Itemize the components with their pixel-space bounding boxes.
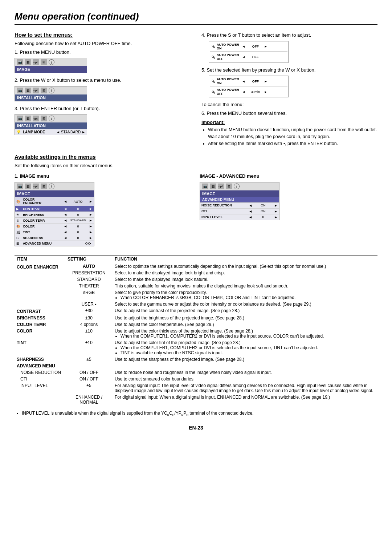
table-row-ce-srgb: sRGB Select to give priority to the colo… — [15, 289, 377, 301]
enhanced-func: For digital signal input: When a digital… — [113, 394, 377, 406]
ap-icon-2: 🔌 — [211, 55, 215, 59]
colortemp-val: STANDARD — [67, 219, 89, 222]
icon-opt3: opt. — [33, 116, 39, 121]
brightness-item: BRIGHTNESS — [15, 315, 65, 321]
color-setting: ±10 — [65, 328, 113, 339]
ap-arr-l-2: ◄ — [242, 55, 245, 59]
inputlevel-item: INPUT LEVEL — [15, 382, 65, 394]
adv-menu-top-icons: 📷 ▦ opt. ⊞ i — [200, 182, 279, 190]
ap-arr-r-1: ► — [264, 45, 268, 48]
sharpness-setting: ±5 — [65, 356, 113, 363]
colortemp-arr-l: ◄ — [64, 218, 67, 222]
ap-arr-l-3: ◄ — [242, 80, 245, 83]
footer-note-item: INPUT LEVEL is unavailable when the digi… — [22, 410, 377, 417]
subscript-r2: R — [186, 414, 188, 417]
ce-setting-srgb: sRGB — [65, 289, 113, 301]
menu-row-color: 🎨 COLOR ◄ 0 ► — [15, 223, 94, 229]
icon-info3: i — [49, 116, 54, 121]
ce-func-theater: This option, suitable for viewing movies… — [113, 283, 377, 289]
sharpness-func: Use to adjust the sharpness of the proje… — [113, 356, 377, 363]
auto-power-table-step5: 🔌 AUTO POWERON ◄ OFF ► 🔌 AUTO POWEROFF ◄… — [209, 76, 289, 97]
ce-func-auto: Select to optimize the settings automati… — [113, 263, 377, 270]
enhanced-item — [15, 394, 65, 406]
ap-val-2: OFF — [248, 55, 263, 59]
important-title: Important: — [201, 120, 377, 125]
table-row-ce-user: USER ▪ Select to set the gamma curve or … — [15, 301, 377, 307]
menu-bar-2: INSTALLATION — [15, 94, 87, 101]
ap-val-1: OFF — [248, 45, 263, 48]
cti-item: CTI — [15, 376, 65, 382]
enhanced-setting: ENHANCED /NORMAL — [65, 394, 113, 406]
table-row-inputlevel: INPUT LEVEL ±5 For analog signal input: … — [15, 382, 377, 394]
advanced-menu-func — [113, 363, 377, 369]
ap-arr-l-1: ◄ — [242, 45, 245, 48]
ce-func-pres: Select to make the displayed image look … — [113, 270, 377, 276]
noise-setting: ON / OFF — [65, 369, 113, 376]
ce-item: COLOR ENHANCER — [15, 263, 65, 308]
settings-table: ITEM SETTING FUNCTION COLOR ENHANCER AUT… — [15, 255, 377, 406]
lamp-icon: 💡 — [16, 130, 23, 134]
arrow-right-lamp: ► — [82, 130, 85, 134]
image-menu-bar: IMAGE — [15, 190, 94, 197]
advanced-menu-item: ADVANCED MENU — [15, 363, 65, 369]
contrast-label: CONTRAST — [23, 207, 64, 211]
icon-info: i — [49, 59, 54, 65]
colortemp-setting: 4 options — [65, 321, 113, 328]
ce-icon: 🎨 — [16, 200, 23, 204]
table-row-advanced-menu: ADVANCED MENU — [15, 363, 377, 369]
ce-func-user: Select to set the gamma curve or adjust … — [113, 301, 377, 307]
colortemp-func: Use to adjust the color temperature. (Se… — [113, 321, 377, 328]
noise-label: NOISE REDUCTION — [201, 204, 249, 207]
ce-setting-pres: PRESENTATION — [65, 270, 113, 276]
noise-val: ON — [252, 204, 274, 207]
important-item-2: After selecting the items marked with ▪,… — [208, 140, 377, 147]
im-icon-grid: ▦ — [25, 184, 31, 189]
contrast-func: Use to adjust the contrast of the projec… — [113, 307, 377, 315]
step2-label: 2. Press the W or X button to select a m… — [15, 77, 191, 84]
color-func: Use to adjust the color thickness of the… — [113, 328, 377, 339]
tint-icon: 🖼 — [16, 230, 23, 234]
image-menu-heading: 1. IMAGE menu — [15, 173, 192, 180]
contrast-arr-l: ◄ — [64, 207, 67, 211]
lamp-mode-val: STANDARD — [60, 130, 82, 134]
image-menu-col: 1. IMAGE menu 📷 ▦ opt. ⊞ i IMAGE 🎨 COLOR… — [15, 173, 192, 250]
im-icon-adj: ⊞ — [41, 184, 47, 189]
image-menu-widget: 📷 ▦ opt. ⊞ i IMAGE 🎨 COLORENHANCER ◄ AUT… — [15, 182, 94, 247]
adv-icon-grid: ▦ — [210, 184, 216, 189]
adv-icon-adj: ⊞ — [226, 184, 232, 189]
available-settings-section: Available settings in the menus Set the … — [15, 154, 377, 250]
brightness-arr-r: ► — [89, 213, 93, 217]
icon-grid: ▦ — [25, 59, 31, 65]
cti-label: CTI — [201, 209, 249, 213]
tint-note-1: When the COMPUTER1, COMPUTER2 or DVI is … — [121, 345, 375, 350]
icon-camera: 📷 — [17, 59, 23, 65]
lamp-mode-label: LAMP MODE — [23, 130, 56, 134]
menu-bar-3: INSTALLATION — [15, 122, 87, 129]
tint-item: TINT — [15, 339, 65, 356]
contrast-setting: ±30 — [65, 307, 113, 315]
adv-icon-opt: opt. — [218, 184, 224, 189]
menu-top-icons-1: 📷 ▦ opt. ⊞ i — [15, 58, 87, 66]
table-row-tint: TINT ±10 Use to adjust the color tint of… — [15, 339, 377, 356]
menu-bar-1: IMAGE — [15, 66, 87, 73]
sharpness-label: SHARPNESS — [23, 236, 64, 240]
table-row-brightness: BRIGHTNESS ±30 Use to adjust the brightn… — [15, 315, 377, 321]
color-arr-r: ► — [89, 224, 93, 228]
table-row-ce-theater: THEATER This option, suitable for viewin… — [15, 283, 377, 289]
how-to-set-heading: How to set the menus: — [15, 32, 191, 38]
table-row-contrast: CONTRAST ±30 Use to adjust the contrast … — [15, 307, 377, 315]
ap-icon-4: 🔌 — [211, 90, 215, 94]
ce-label: COLORENHANCER — [23, 198, 64, 205]
icon-adjust2: ⊞ — [41, 88, 47, 93]
auto-power-table-step4: 🔌 AUTO POWERON ◄ OFF ► 🔌 AUTO POWEROFF ◄… — [209, 41, 289, 63]
contrast-arr-r: ► — [89, 207, 93, 211]
inputlevel-func: For analog signal input: The input level… — [113, 382, 377, 394]
im-icon-info: i — [49, 184, 54, 189]
icon-camera3: 📷 — [17, 116, 23, 121]
ap-arr-r-3: ► — [264, 80, 268, 83]
menu-row-brightness: ☀ BRIGHTNESS ◄ 0 ► — [15, 211, 94, 217]
ce-setting-auto: AUTO — [65, 263, 113, 270]
icon-adjust3: ⊞ — [41, 116, 47, 121]
icon-camera2: 📷 — [17, 88, 23, 93]
advanced-ok: OK▪ — [57, 242, 93, 245]
